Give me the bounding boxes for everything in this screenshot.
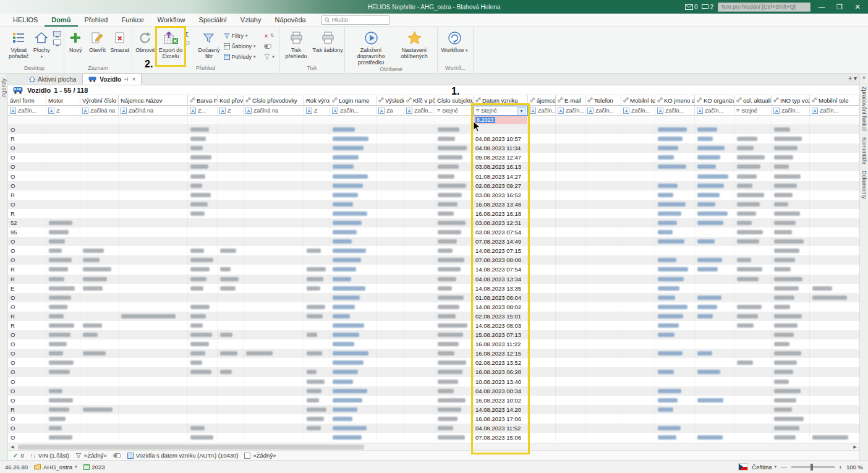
table-row[interactable]: O04.08.2023 11:34 <box>8 143 859 153</box>
grid-cell[interactable] <box>244 181 304 190</box>
grid-cell[interactable] <box>218 330 244 339</box>
maximize-button[interactable]: ❐ <box>833 3 846 11</box>
grid-cell[interactable] <box>188 396 218 405</box>
grid-cell[interactable] <box>218 321 244 330</box>
pin-icon[interactable]: ⊣ <box>124 77 128 82</box>
grid-cell[interactable] <box>188 414 218 424</box>
favorite-action-button[interactable]: Založení dopravního prostředku <box>346 28 396 66</box>
column-header-17[interactable]: KO jmeno a <box>655 95 695 106</box>
grid-cell[interactable] <box>556 237 585 246</box>
grid-cell[interactable] <box>585 424 621 433</box>
grid-cell[interactable] <box>655 200 695 209</box>
grid-cell[interactable] <box>435 386 474 396</box>
grid-cell[interactable] <box>772 218 810 228</box>
edit-cell-11[interactable] <box>435 116 474 124</box>
table-row[interactable]: O07.08.2023 14:49 <box>8 237 859 246</box>
grid-cell[interactable] <box>695 218 734 228</box>
grid-cell[interactable] <box>218 414 244 424</box>
grid-cell[interactable] <box>218 312 244 321</box>
grid-cell[interactable] <box>772 162 810 171</box>
grid-cell[interactable] <box>119 181 188 190</box>
grid-cell[interactable] <box>734 414 772 424</box>
desktops-button[interactable]: Plochy ▾ <box>32 28 51 60</box>
table-row[interactable]: O16.08.2023 06:28 <box>8 367 859 377</box>
grid-cell[interactable] <box>734 171 772 181</box>
grid-cell[interactable] <box>585 209 621 218</box>
grid-cell[interactable] <box>188 143 218 153</box>
grid-cell[interactable] <box>655 171 695 181</box>
grid-cell[interactable] <box>810 302 859 312</box>
grid-cell[interactable] <box>585 125 621 134</box>
grid-cell[interactable]: 03.08.2023 07:54 <box>474 228 528 237</box>
grid-cell[interactable] <box>377 312 404 321</box>
zoom-slider[interactable] <box>791 466 835 468</box>
grid-cell[interactable]: 04.08.2023 00:34 <box>474 386 528 396</box>
grid-cell[interactable] <box>80 302 119 312</box>
grid-cell[interactable] <box>244 209 304 218</box>
column-header-14[interactable]: E-mail <box>556 95 585 106</box>
grid-cell[interactable] <box>695 312 734 321</box>
grid-cell[interactable] <box>119 265 188 274</box>
grid-cell[interactable] <box>585 181 621 190</box>
grid-cell[interactable] <box>218 162 244 171</box>
desktop-mini-buttons[interactable] <box>52 28 62 46</box>
grid-cell[interactable] <box>46 143 80 153</box>
grid-cell[interactable] <box>695 302 734 312</box>
grid-cell[interactable] <box>80 255 119 265</box>
grid-cell[interactable] <box>655 134 695 143</box>
grid-cell[interactable] <box>80 424 119 433</box>
grid-cell[interactable] <box>435 414 474 424</box>
grid-cell[interactable] <box>695 162 734 171</box>
grid-cell[interactable] <box>621 153 655 162</box>
grid-cell[interactable]: O <box>8 358 46 367</box>
grid-cell[interactable] <box>188 237 218 246</box>
grid-cell[interactable] <box>80 396 119 405</box>
grid-cell[interactable] <box>404 275 435 284</box>
grid-cell[interactable] <box>404 181 435 190</box>
grid-cell[interactable] <box>330 433 377 442</box>
grid-cell[interactable] <box>218 339 244 349</box>
grid-cell[interactable] <box>188 218 218 228</box>
grid-cell[interactable] <box>244 218 304 228</box>
grid-cell[interactable] <box>404 237 435 246</box>
grid-cell[interactable] <box>435 134 474 143</box>
grid-cell[interactable] <box>528 386 556 396</box>
views-menu-button[interactable]: Pohledy▾ <box>224 52 264 61</box>
grid-cell[interactable] <box>695 134 734 143</box>
workflow-button[interactable]: Workflow ▾ <box>439 28 470 54</box>
grid-cell[interactable] <box>810 293 859 302</box>
grid-cell[interactable] <box>655 143 695 153</box>
grid-cell[interactable] <box>119 200 188 209</box>
grid-cell[interactable] <box>46 330 80 339</box>
grid-cell[interactable] <box>734 143 772 153</box>
grid-cell[interactable] <box>46 181 80 190</box>
grid-cell[interactable] <box>621 424 655 433</box>
grid-cell[interactable] <box>46 339 80 349</box>
table-row[interactable]: O15.08.2023 07:13 <box>8 330 859 339</box>
grid-cell[interactable] <box>330 246 377 255</box>
grid-cell[interactable] <box>46 125 80 134</box>
grid-cell[interactable] <box>655 405 695 414</box>
filter-cell-14[interactable]: AZačín... <box>556 106 585 116</box>
edit-cell-15[interactable] <box>585 116 621 124</box>
grid-cell[interactable] <box>556 433 585 442</box>
grid-cell[interactable] <box>585 321 621 330</box>
tab-active-desktop[interactable]: Aktivní plocha <box>23 74 82 85</box>
grid-cell[interactable] <box>772 143 810 153</box>
grid-cell[interactable]: 14.08.2023 07:15 <box>474 246 528 255</box>
filter-cell-10[interactable]: AZačín... <box>404 106 435 116</box>
grid-cell[interactable] <box>404 396 435 405</box>
grid-cell[interactable] <box>435 293 474 302</box>
print-overview-button[interactable]: Tisk přehledu <box>281 28 312 59</box>
grid-cell[interactable] <box>404 321 435 330</box>
grid-cell[interactable] <box>695 414 734 424</box>
grid-cell[interactable] <box>377 255 404 265</box>
table-row[interactable]: O02.08.2023 13:52 <box>8 358 859 367</box>
filter-cell-4[interactable]: AZ... <box>188 106 218 116</box>
grid-cell[interactable] <box>304 367 330 377</box>
grid-cell[interactable]: O <box>8 339 46 349</box>
grid-cell[interactable] <box>304 125 330 134</box>
grid-cell[interactable] <box>377 181 404 190</box>
grid-cell[interactable] <box>734 228 772 237</box>
grid-cell[interactable]: O <box>8 424 46 433</box>
